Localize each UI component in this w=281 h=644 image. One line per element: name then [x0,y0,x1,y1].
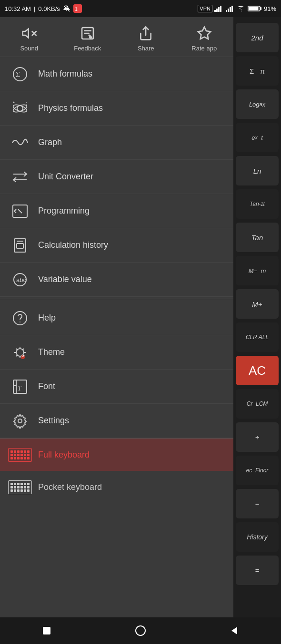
svg-rect-49 [43,627,50,634]
calculation-history-icon [10,235,30,256]
nav-home-button[interactable] [35,619,58,642]
graph-icon [10,132,30,153]
svg-text:1: 1 [75,6,78,12]
physics-formulas-label: Physics formulas [38,103,103,113]
menu-item-programming[interactable]: Programming [0,194,233,228]
toolbar: Sound Feedback [0,17,233,57]
svg-point-28 [26,102,27,103]
toolbar-rate[interactable]: Rate app [175,25,234,52]
keyboard-section: Full keyboard [0,438,233,503]
theme-label: Theme [38,347,65,357]
share-icon [137,25,154,42]
programming-label: Programming [38,206,90,216]
calc-btn-mplus[interactable]: M+ [236,289,279,319]
nav-back-button[interactable] [223,619,246,642]
graph-label: Graph [38,137,62,147]
svg-rect-12 [260,7,261,10]
programming-icon [10,201,30,222]
battery-icon [248,5,262,12]
help-icon [10,308,30,329]
svg-point-50 [136,626,145,635]
svg-rect-10 [231,6,233,12]
calc-btn-cr-lcm[interactable]: Cr LCM [236,389,279,419]
battery-percent: 91% [264,5,276,12]
calc-btn-clrall[interactable]: CLR ALL [236,322,279,352]
keyboard-item-pocket[interactable]: Pocket keyboard [0,471,233,503]
calc-btn-tan-inv[interactable]: Tan-1 t [236,189,279,219]
svg-point-43 [23,355,25,356]
svg-marker-51 [231,627,237,634]
svg-rect-7 [226,10,227,12]
svg-rect-8 [228,9,229,12]
settings-icon [10,410,30,431]
feedback-label: Feedback [74,45,101,52]
variable-value-icon: abc [10,269,30,290]
menu-item-settings[interactable]: Settings [0,404,233,438]
menu-item-variable-value[interactable]: abc Variable value [0,263,233,297]
calc-btn-loga[interactable]: Logax [236,89,279,119]
calc-btn-ln[interactable]: Ln [236,156,279,185]
rate-label: Rate app [191,45,217,52]
calculator-sidebar: 2nd Σ π Logax ex t Ln Tan-1 t Tan M− m M… [233,17,281,617]
unit-converter-label: Unit Converter [38,172,93,182]
sound-icon [20,25,38,42]
menu-item-help[interactable]: Help [0,301,233,335]
rate-icon [196,25,213,42]
nav-circle-button[interactable] [129,619,152,642]
menu-item-calculation-history[interactable]: Calculation history [0,228,233,263]
svg-rect-5 [218,7,220,12]
svg-rect-35 [17,244,23,248]
font-label: Font [38,381,55,391]
variable-value-label: Variable value [38,274,92,284]
svg-rect-4 [216,9,218,12]
divider-1 [0,299,233,299]
svg-point-39 [13,312,27,325]
calc-btn-equals[interactable]: = [236,556,279,585]
calc-btn-tan[interactable]: Tan [236,223,279,252]
toolbar-sound[interactable]: Sound [0,25,59,52]
calc-btn-sigma-pi[interactable]: Σ π [236,56,279,86]
share-label: Share [138,45,154,52]
menu-item-math-formulas[interactable]: Σ Math formulas [0,57,233,91]
calc-btn-mminus[interactable]: M− m [236,256,279,285]
toolbar-share[interactable]: Share [117,25,175,52]
calculation-history-label: Calculation history [38,240,108,250]
wifi-icon [237,5,246,12]
svg-point-48 [18,419,22,423]
physics-formulas-icon [10,98,30,119]
svg-text:Σ: Σ [16,70,20,78]
full-keyboard-label: Full keyboard [38,450,90,460]
status-data: 0.0KB/s [38,5,60,12]
svg-text:abc: abc [16,276,26,283]
calc-btn-2nd[interactable]: 2nd [236,23,279,52]
app-icon: 1 [73,4,82,13]
keyboard-item-full[interactable]: Full keyboard [0,439,233,471]
toolbar-feedback[interactable]: Feedback [59,25,117,52]
calc-btn-ex[interactable]: ex t [236,123,279,152]
menu-item-graph[interactable]: Graph [0,126,233,160]
theme-icon [10,342,30,363]
svg-rect-3 [214,10,216,12]
math-formulas-icon: Σ [10,64,30,85]
svg-rect-6 [220,6,221,12]
calc-btn-history[interactable]: History [236,522,279,552]
signal2-icon [226,5,235,12]
svg-point-27 [13,101,15,103]
menu-item-theme[interactable]: Theme [0,335,233,370]
status-time: 10:32 AM [5,5,31,12]
status-bar: 10:32 AM | 0.0KB/s 1 VPN [0,0,281,17]
math-formulas-label: Math formulas [38,69,92,79]
calc-btn-ec-floor[interactable]: ec Floor [236,456,279,485]
side-drawer: Sound Feedback [0,17,233,617]
calc-btn-minus[interactable]: − [236,489,279,518]
svg-text:T: T [18,385,22,392]
svg-line-33 [18,209,22,213]
muted-icon [63,5,70,12]
menu-item-unit-converter[interactable]: Unit Converter [0,160,233,194]
menu-item-physics-formulas[interactable]: Physics formulas [0,91,233,126]
status-left: 10:32 AM | 0.0KB/s 1 [5,4,82,13]
menu-item-font[interactable]: T Font [0,370,233,404]
menu-list: Σ Math formulas Physics formulas [0,57,233,617]
calc-btn-divide[interactable]: ÷ [236,422,279,452]
calc-btn-ac[interactable]: AC [236,356,279,385]
